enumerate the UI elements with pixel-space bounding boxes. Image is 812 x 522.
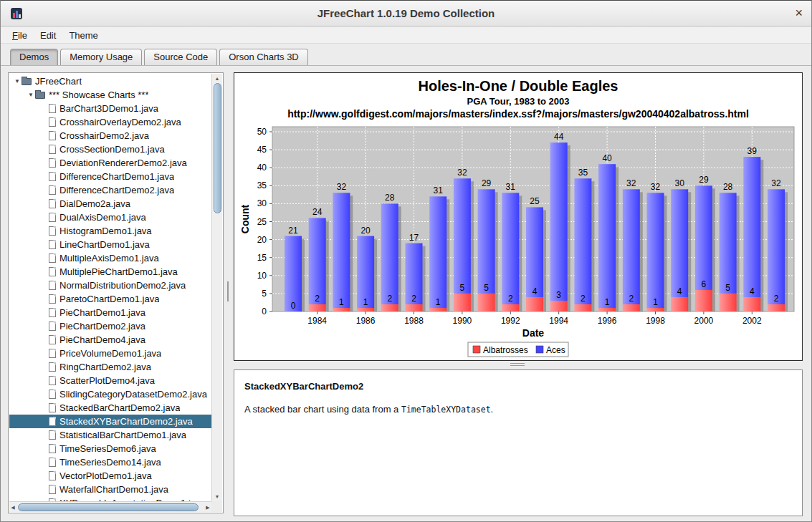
tree-item-dialdemo2a-java[interactable]: DialDemo2a.java bbox=[9, 197, 211, 211]
tree-item-showcase-charts[interactable]: ▼*** Showcase Charts *** bbox=[9, 88, 211, 102]
demo-description-title: StackedXYBarChartDemo2 bbox=[244, 381, 792, 392]
tree-item-label: CrosshairOverlayDemo2.java bbox=[59, 117, 181, 127]
tree-item-normaldistributiondemo2-java[interactable]: NormalDistributionDemo2.java bbox=[9, 279, 211, 292]
tree-item-timeseriesdemo6-java[interactable]: TimeSeriesDemo6.java bbox=[9, 442, 211, 455]
x-axis-label: Date bbox=[522, 327, 545, 339]
scroll-left-icon[interactable]: ◀ bbox=[9, 502, 16, 512]
description-panel: StackedXYBarChartDemo2 A stacked bar cha… bbox=[234, 369, 803, 516]
title-bar[interactable]: JFreeChart 1.0.19 Demo Collection × bbox=[1, 1, 811, 26]
horizontal-scrollbar[interactable]: ◀ ▶ bbox=[9, 501, 211, 512]
horizontal-scrollbar-thumb[interactable] bbox=[18, 503, 199, 511]
menu-item-edit[interactable]: Edit bbox=[34, 29, 62, 42]
vertical-scrollbar-thumb[interactable] bbox=[214, 83, 221, 213]
tree-item-label: WaterfallChartDemo1.java bbox=[59, 484, 168, 495]
svg-text:2000: 2000 bbox=[694, 316, 714, 326]
tree-item-piechartdemo4-java[interactable]: PieChartDemo4.java bbox=[9, 333, 211, 347]
tree-item-scatterplotdemo4-java[interactable]: ScatterPlotDemo4.java bbox=[9, 374, 211, 387]
tree-item-pricevolumedemo1-java[interactable]: PriceVolumeDemo1.java bbox=[9, 347, 211, 360]
menu-item-file[interactable]: File bbox=[6, 29, 33, 42]
tree-item-stackedxybarchartdemo2-java[interactable]: StackedXYBarChartDemo2.java bbox=[9, 415, 211, 428]
tree-item-crosssectiondemo1-java[interactable]: CrossSectionDemo1.java bbox=[9, 142, 211, 156]
y-axis-label: Count bbox=[239, 204, 251, 233]
tab-bar: DemosMemory UsageSource CodeOrson Charts… bbox=[1, 44, 811, 66]
file-icon bbox=[49, 403, 56, 412]
file-icon bbox=[49, 471, 56, 480]
tree-item-linechartdemo1-java[interactable]: LineChartDemo1.java bbox=[9, 238, 211, 251]
svg-text:24: 24 bbox=[312, 207, 323, 217]
tree-item-crosshairdemo2-java[interactable]: CrosshairDemo2.java bbox=[9, 129, 211, 142]
scroll-down-icon[interactable]: ▼ bbox=[212, 493, 222, 501]
file-icon bbox=[49, 281, 56, 290]
bar-segment-albatrosses bbox=[478, 294, 495, 311]
svg-text:20: 20 bbox=[257, 235, 267, 245]
tree-item-differencechartdemo1-java[interactable]: DifferenceChartDemo1.java bbox=[9, 170, 211, 183]
tree-item-barchart3ddemo1-java[interactable]: BarChart3DDemo1.java bbox=[9, 102, 211, 115]
svg-text:17: 17 bbox=[409, 233, 419, 243]
file-icon bbox=[49, 267, 56, 276]
tree-item-stackedbarchartdemo2-java[interactable]: StackedBarChartDemo2.java bbox=[9, 401, 211, 415]
tree-item-label: DeviationRendererDemo2.java bbox=[59, 158, 187, 168]
tree-item-vectorplotdemo1-java[interactable]: VectorPlotDemo1.java bbox=[9, 469, 211, 483]
bar-segment-albatrosses bbox=[768, 304, 785, 311]
menu-item-theme[interactable]: Theme bbox=[63, 29, 103, 42]
file-icon bbox=[49, 417, 56, 426]
tree-item-paretochartdemo1-java[interactable]: ParetoChartDemo1.java bbox=[9, 292, 211, 306]
bar-segment-albatrosses bbox=[550, 301, 568, 311]
tree-item-slidingcategorydatasetdemo2-java[interactable]: SlidingCategoryDatasetDemo2.java bbox=[9, 387, 211, 401]
tree-item-multipleaxisdemo1-java[interactable]: MultipleAxisDemo1.java bbox=[9, 251, 211, 265]
tree-item-piechartdemo2-java[interactable]: PieChartDemo2.java bbox=[9, 319, 211, 333]
svg-text:1: 1 bbox=[605, 297, 610, 307]
tree-item-histogramdemo1-java[interactable]: HistogramDemo1.java bbox=[9, 224, 211, 238]
bar-segment-aces bbox=[623, 189, 640, 304]
svg-text:30: 30 bbox=[675, 178, 685, 188]
svg-text:2: 2 bbox=[508, 294, 513, 304]
horizontal-splitter[interactable] bbox=[510, 362, 525, 368]
tab-source-code[interactable]: Source Code bbox=[144, 49, 217, 65]
file-icon bbox=[49, 172, 56, 181]
vertical-splitter[interactable] bbox=[225, 72, 232, 513]
tab-demos[interactable]: Demos bbox=[10, 49, 58, 65]
file-icon bbox=[49, 335, 56, 344]
close-icon[interactable]: × bbox=[795, 5, 803, 21]
tree-item-ringchartdemo2-java[interactable]: RingChartDemo2.java bbox=[9, 360, 211, 374]
file-icon bbox=[49, 308, 56, 317]
tree-item-waterfallchartdemo1-java[interactable]: WaterfallChartDemo1.java bbox=[9, 483, 211, 496]
tree-item-statisticalbarchartdemo1-java[interactable]: StatisticalBarChartDemo1.java bbox=[9, 428, 211, 442]
bar-segment-aces bbox=[647, 193, 664, 308]
scroll-right-icon[interactable]: ▶ bbox=[204, 502, 211, 512]
tree-item-label: HistogramDemo1.java bbox=[59, 226, 152, 236]
vertical-scrollbar[interactable]: ▲ ▼ bbox=[211, 74, 222, 501]
tree-item-multiplepiechartdemo1-java[interactable]: MultiplePieChartDemo1.java bbox=[9, 265, 211, 279]
tab-memory-usage[interactable]: Memory Usage bbox=[60, 49, 142, 65]
svg-text:1992: 1992 bbox=[501, 316, 520, 326]
bar-segment-albatrosses bbox=[381, 304, 398, 311]
expander-icon[interactable]: ▼ bbox=[27, 92, 35, 98]
svg-text:2: 2 bbox=[411, 294, 416, 304]
tree-item-label: PieChartDemo4.java bbox=[59, 334, 145, 345]
tree-item-piechartdemo1-java[interactable]: PieChartDemo1.java bbox=[9, 306, 211, 319]
tree-item-jfreechart[interactable]: ▼JFreeChart bbox=[9, 74, 211, 88]
demo-tree-panel: ▼JFreeChart▼*** Showcase Charts ***BarCh… bbox=[8, 72, 224, 513]
svg-text:1996: 1996 bbox=[598, 316, 617, 326]
tree-item-timeseriesdemo14-java[interactable]: TimeSeriesDemo14.java bbox=[9, 455, 211, 469]
tree-item-differencechartdemo2-java[interactable]: DifferenceChartDemo2.java bbox=[9, 183, 211, 197]
tree-item-crosshairoverlaydemo2-java[interactable]: CrosshairOverlayDemo2.java bbox=[9, 115, 211, 129]
tab-orson-charts-3d[interactable]: Orson Charts 3D bbox=[219, 49, 308, 65]
svg-text:0: 0 bbox=[291, 301, 296, 311]
file-icon bbox=[49, 226, 56, 236]
tree-item-label: TimeSeriesDemo6.java bbox=[59, 443, 156, 454]
tree-item-deviationrendererdemo2-java[interactable]: DeviationRendererDemo2.java bbox=[9, 156, 211, 170]
tree-item-label: LineChartDemo1.java bbox=[59, 239, 150, 250]
chart-panel[interactable]: Holes-In-One / Double EaglesPGA Tour, 19… bbox=[234, 72, 803, 361]
bar-segment-aces bbox=[768, 189, 785, 304]
svg-text:28: 28 bbox=[723, 182, 733, 192]
scroll-up-icon[interactable]: ▲ bbox=[212, 74, 222, 82]
tree-item-xydrawableannotationdemo1-java[interactable]: XYDrawableAnnotationDemo1.java bbox=[9, 496, 211, 501]
expander-icon[interactable]: ▼ bbox=[13, 78, 22, 84]
tree-item-label: TimeSeriesDemo14.java bbox=[59, 457, 161, 468]
bar-segment-albatrosses bbox=[647, 308, 664, 311]
demo-description-text: A stacked bar chart using data from a Ti… bbox=[244, 404, 792, 415]
bar-segment-aces bbox=[333, 193, 350, 308]
tree-item-dualaxisdemo1-java[interactable]: DualAxisDemo1.java bbox=[9, 211, 211, 224]
svg-text:4: 4 bbox=[677, 286, 682, 296]
